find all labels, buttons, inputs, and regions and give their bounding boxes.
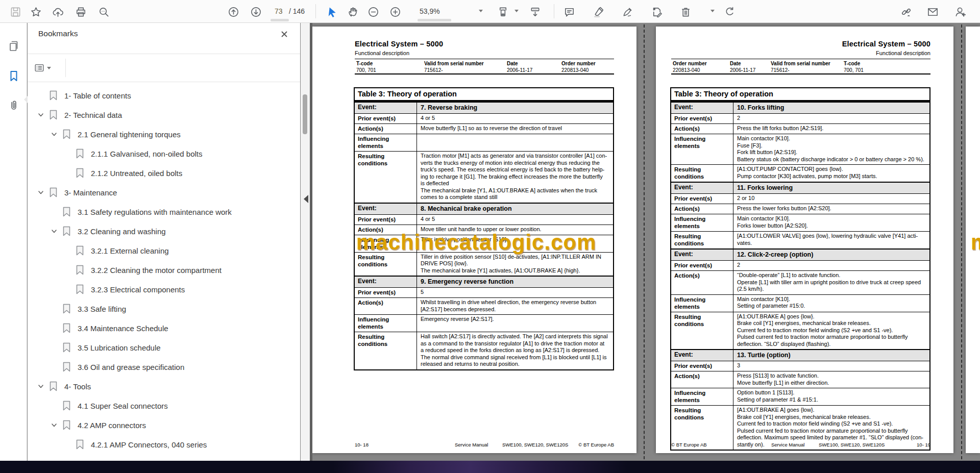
row-value: 9. Emergency reverse function	[417, 277, 613, 287]
sidebar-scrollbar-thumb[interactable]	[303, 94, 307, 134]
meta-value: 2006-11-17	[507, 67, 532, 73]
table-row: Action(s)Press the lift forks button [A2…	[671, 123, 929, 134]
account-add-button[interactable]	[951, 4, 969, 19]
email-button[interactable]	[924, 4, 941, 19]
meta-column: Date2006-11-17	[730, 60, 755, 73]
bookmarks-icon[interactable]	[7, 70, 20, 83]
bookmark-item[interactable]: 3.2.2 Cleaning the motor compartment	[28, 260, 298, 280]
sidebar-rail	[0, 23, 27, 461]
value-line: Fuse [F3].	[737, 142, 929, 150]
document-viewport[interactable]: Electrical System – 5000 Functional desc…	[312, 23, 980, 461]
value-line: Forks lower button [A2:S20].	[737, 222, 929, 230]
bookmark-item[interactable]: 3.2.3 Electrical components	[28, 280, 298, 299]
comment-button[interactable]	[560, 4, 578, 19]
share-link-button[interactable]	[897, 4, 915, 19]
bookmark-item[interactable]: 3.2.1 External cleaning	[28, 241, 298, 260]
fit-dropdown-caret[interactable]	[514, 10, 519, 12]
row-value: Move butterfly [L1] so as to reverse the…	[417, 124, 613, 134]
attachments-icon[interactable]	[7, 99, 20, 113]
page-divider-dashed	[644, 24, 645, 459]
page-number-input[interactable]: 73	[275, 7, 283, 15]
bookmark-icon	[76, 148, 84, 159]
highlighter-button[interactable]	[590, 4, 607, 19]
table-row: Prior event(s)2	[671, 113, 929, 123]
chevron-down-icon[interactable]	[50, 130, 58, 138]
row-value: 7. Reverse braking	[417, 103, 613, 113]
bookmarks-tree: 1- Table of contents2- Technical data2.1…	[28, 86, 298, 461]
bookmark-label: 4- Tools	[64, 382, 91, 391]
bookmark-label: 3.4 Maintenance Schedule	[78, 324, 168, 333]
bookmark-options-button[interactable]	[32, 60, 55, 76]
zoom-out-button[interactable]	[364, 4, 382, 19]
table-row: Resulting conditions[A1:OUT.LOWER VALVE]…	[671, 231, 929, 248]
table-row: Action(s)Whilst travelling in drive whee…	[355, 297, 613, 314]
bookmark-item[interactable]: 1- Table of contents	[28, 86, 298, 105]
select-tool-button[interactable]	[323, 4, 340, 19]
zoom-in-button[interactable]	[386, 4, 404, 19]
share-upload-button[interactable]	[49, 4, 66, 19]
signature-button[interactable]	[619, 4, 636, 19]
value-line: “Double-operate” [L1] to activate functi…	[737, 272, 929, 279]
bookmark-item[interactable]: 2.1.1 Galvanised, non-oiled bolts	[28, 144, 298, 163]
fit-page-button[interactable]	[494, 4, 511, 19]
value-line: 10. Forks lifting	[737, 104, 929, 112]
hand-tool-button[interactable]	[344, 4, 361, 19]
row-value: Traction motor [M1] acts as generator an…	[417, 152, 613, 203]
bookmark-item[interactable]: 3.3 Safe lifting	[28, 299, 298, 318]
row-label: Prior event(s)	[671, 361, 733, 371]
bookmark-item[interactable]: 3.1 Safety regulations with maintenance …	[28, 202, 298, 221]
bookmark-icon	[76, 245, 84, 256]
chevron-down-icon[interactable]	[37, 111, 45, 119]
value-line: Tiller in drive position sensor [S10] de…	[421, 254, 613, 261]
bookmark-item[interactable]: 2.1.2 Untreated, oiled bolts	[28, 163, 298, 183]
bookmark-item[interactable]: 2.1 General tightening torques	[28, 125, 298, 144]
close-panel-button[interactable]	[279, 29, 290, 40]
table-row: Action(s)Move butterfly [L1] so as to re…	[355, 123, 613, 134]
previous-page-button[interactable]	[225, 4, 242, 19]
edit-page-button[interactable]	[648, 4, 665, 19]
delete-dropdown-caret[interactable]	[710, 10, 715, 12]
bookmark-item[interactable]: 3.4 Maintenance Schedule	[28, 318, 298, 338]
chevron-down-icon[interactable]	[50, 421, 58, 429]
bookmark-item[interactable]: 3.2 Cleaning and washing	[28, 221, 298, 241]
table-event-row: Event:13. Turtle (option)	[671, 349, 929, 361]
rotate-button[interactable]	[721, 4, 738, 19]
favorite-star-button[interactable]	[27, 4, 44, 19]
system-taskbar[interactable]	[0, 461, 980, 473]
value-line: Option button 1 [S113].	[737, 389, 929, 396]
value-line: [A2:S17] becomes depressed.	[421, 306, 613, 313]
bookmark-item[interactable]: 3.5 Lubrication schedule	[28, 338, 298, 357]
page-thumbnails-icon[interactable]	[7, 40, 20, 53]
value-line: Main contactor [K10].	[737, 135, 929, 142]
scroll-mode-button[interactable]	[526, 4, 544, 19]
value-line: deflection. “SLO” displayed (flashing).	[737, 341, 929, 348]
print-button[interactable]	[72, 4, 89, 19]
sidebar-scrollbar[interactable]	[301, 23, 310, 461]
zoom-level-value[interactable]: 53,9%	[420, 7, 440, 15]
row-value: [A1:OUT.LOWER VALVE] goes {low}, lowerin…	[733, 232, 929, 248]
save-button[interactable]	[7, 4, 24, 19]
bookmark-item[interactable]: 4.2.1 AMP Connectors, 040 series	[28, 435, 298, 454]
next-page-button[interactable]	[247, 4, 264, 19]
bookmark-item[interactable]: 4- Tools	[28, 377, 298, 396]
chevron-down-icon[interactable]	[50, 227, 58, 235]
delete-button[interactable]	[677, 4, 694, 19]
page-subtitle: Functional description	[355, 50, 409, 56]
panel-splitter[interactable]	[310, 23, 312, 461]
bookmark-item[interactable]: 2- Technical data	[28, 105, 298, 125]
options-separator	[65, 59, 66, 77]
chevron-down-icon[interactable]	[37, 188, 45, 196]
search-button[interactable]	[95, 4, 112, 19]
value-line: Current fed to traction motor field wind…	[737, 420, 929, 428]
value-line: Setting of parameter #15:0.	[737, 303, 929, 310]
bookmark-item[interactable]: 4.1 Super Seal connectors	[28, 396, 298, 415]
zoom-dropdown-caret[interactable]	[479, 10, 483, 12]
bookmark-item[interactable]: 4.2 AMP connectors	[28, 415, 298, 435]
row-label: Action(s)	[355, 124, 417, 134]
page-title: Electrical System – 5000	[842, 40, 930, 48]
value-line: Move butterfly [L1] in either direction.	[737, 380, 929, 387]
bookmark-item[interactable]: 3- Maintenance	[28, 183, 298, 202]
collapse-panel-arrow[interactable]	[304, 195, 308, 203]
bookmark-item[interactable]: 3.6 Oil and grease specification	[28, 357, 298, 377]
chevron-down-icon[interactable]	[37, 382, 45, 390]
